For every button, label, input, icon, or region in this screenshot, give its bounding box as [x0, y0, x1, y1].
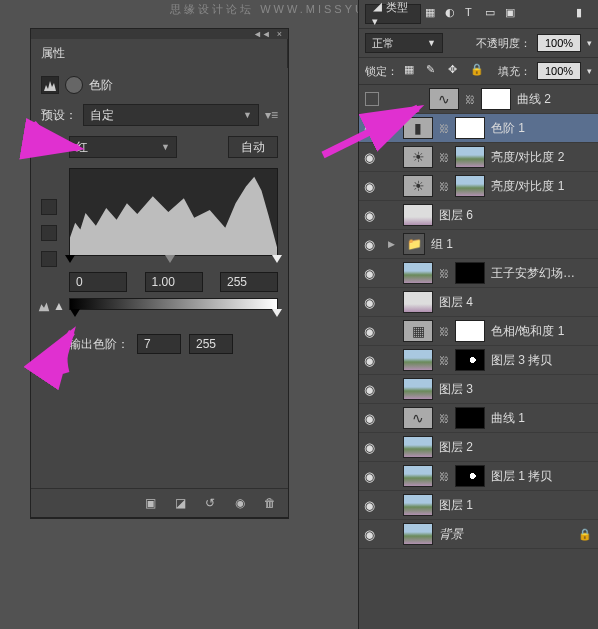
- visibility-toggle[interactable]: ◉: [359, 498, 379, 513]
- mask-thumbnail[interactable]: [455, 146, 485, 168]
- layer-name[interactable]: 图层 4: [439, 294, 592, 311]
- output-white-field[interactable]: 255: [189, 334, 233, 354]
- layer-row[interactable]: ◉⛓图层 1 拷贝: [359, 462, 598, 491]
- mask-icon[interactable]: [65, 76, 83, 94]
- visibility-toggle[interactable]: ◉: [359, 353, 379, 368]
- layer-name[interactable]: 图层 2: [439, 439, 592, 456]
- chevron-down-icon[interactable]: ▾: [587, 66, 592, 76]
- visibility-toggle[interactable]: ◉: [359, 208, 379, 223]
- layer-name[interactable]: 背景: [439, 526, 572, 543]
- layer-thumbnail[interactable]: [403, 262, 433, 284]
- layer-name[interactable]: 图层 1: [439, 497, 592, 514]
- mask-thumbnail[interactable]: [455, 117, 485, 139]
- visibility-toggle[interactable]: ◉: [359, 527, 379, 542]
- visibility-toggle[interactable]: ◉: [359, 266, 379, 281]
- layer-name[interactable]: 图层 3 拷贝: [491, 352, 592, 369]
- input-black-field[interactable]: 0: [69, 272, 127, 292]
- output-slider[interactable]: [69, 310, 278, 320]
- layer-row[interactable]: ◉图层 4: [359, 288, 598, 317]
- layer-row[interactable]: ◉☀⛓亮度/对比度 2: [359, 143, 598, 172]
- previous-icon[interactable]: ◪: [170, 495, 190, 511]
- layer-name[interactable]: 图层 6: [439, 207, 592, 224]
- layer-row[interactable]: ◉图层 3: [359, 375, 598, 404]
- layer-name[interactable]: 曲线 1: [491, 410, 592, 427]
- input-slider[interactable]: [69, 256, 278, 266]
- layer-row[interactable]: ◉图层 2: [359, 433, 598, 462]
- opacity-field[interactable]: 100%: [537, 34, 581, 52]
- output-black-field[interactable]: 7: [137, 334, 181, 354]
- visibility-toggle[interactable]: ◉: [359, 411, 379, 426]
- gray-eyedropper-icon[interactable]: [41, 225, 57, 241]
- layer-thumbnail[interactable]: [403, 436, 433, 458]
- layer-thumbnail[interactable]: [403, 523, 433, 545]
- visibility-toggle[interactable]: ◉: [359, 179, 379, 194]
- fill-field[interactable]: 100%: [537, 62, 581, 80]
- mask-thumbnail[interactable]: [455, 349, 485, 371]
- preset-dropdown[interactable]: 自定 ▼: [83, 104, 259, 126]
- visibility-toggle[interactable]: ◉: [359, 121, 379, 136]
- layer-thumbnail[interactable]: ▦: [403, 320, 433, 342]
- mask-thumbnail[interactable]: [455, 407, 485, 429]
- layer-name[interactable]: 王子安梦幻场…: [491, 265, 592, 282]
- layer-name[interactable]: 组 1: [431, 236, 592, 253]
- auto-button[interactable]: 自动: [228, 136, 278, 158]
- close-icon[interactable]: ×: [277, 29, 282, 39]
- mask-thumbnail[interactable]: [455, 175, 485, 197]
- visibility-toggle[interactable]: ◉: [359, 150, 379, 165]
- layer-row[interactable]: ◉图层 1: [359, 491, 598, 520]
- lock-pixels-icon[interactable]: ✎: [426, 63, 442, 79]
- layer-thumbnail[interactable]: ▮: [403, 117, 433, 139]
- menu-icon[interactable]: ▾≡: [265, 108, 278, 122]
- filter-type-dropdown[interactable]: ◢ 类型 ▾: [365, 4, 421, 24]
- channel-dropdown[interactable]: 红 ▼: [69, 136, 177, 158]
- filter-pixel-icon[interactable]: ▦: [425, 6, 441, 22]
- layer-name[interactable]: 色阶 1: [491, 120, 592, 137]
- white-eyedropper-icon[interactable]: [41, 251, 57, 267]
- layer-name[interactable]: 亮度/对比度 2: [491, 149, 592, 166]
- layer-row[interactable]: ◉▶📁组 1: [359, 230, 598, 259]
- layer-thumbnail[interactable]: ☀: [403, 146, 433, 168]
- layer-row[interactable]: ◉背景🔒: [359, 520, 598, 549]
- layer-thumbnail[interactable]: [403, 291, 433, 313]
- layer-row[interactable]: ◉⛓图层 3 拷贝: [359, 346, 598, 375]
- layer-name[interactable]: 色相/饱和度 1: [491, 323, 592, 340]
- filter-adj-icon[interactable]: ◐: [445, 6, 461, 22]
- visibility-icon[interactable]: ◉: [230, 495, 250, 511]
- layer-thumbnail[interactable]: [403, 204, 433, 226]
- chevron-down-icon[interactable]: ▾: [587, 38, 592, 48]
- layer-thumbnail[interactable]: 📁: [403, 233, 425, 255]
- mask-thumbnail[interactable]: [455, 320, 485, 342]
- layer-name[interactable]: 曲线 2: [517, 91, 592, 108]
- layer-checkbox[interactable]: [365, 92, 379, 106]
- lock-transparency-icon[interactable]: ▦: [404, 63, 420, 79]
- layer-row[interactable]: ◉⛓王子安梦幻场…: [359, 259, 598, 288]
- clip-icon[interactable]: ▣: [140, 495, 160, 511]
- visibility-toggle[interactable]: ◉: [385, 92, 405, 107]
- filter-text-icon[interactable]: T: [465, 6, 481, 22]
- mask-thumbnail[interactable]: [455, 465, 485, 487]
- visibility-toggle[interactable]: ◉: [359, 237, 379, 252]
- layer-name[interactable]: 图层 1 拷贝: [491, 468, 592, 485]
- layer-thumbnail[interactable]: [403, 494, 433, 516]
- layer-thumbnail[interactable]: [403, 378, 433, 400]
- layer-row[interactable]: ◉▮⛓色阶 1: [359, 114, 598, 143]
- visibility-toggle[interactable]: ◉: [359, 469, 379, 484]
- visibility-toggle[interactable]: ◉: [359, 295, 379, 310]
- mask-thumbnail[interactable]: [455, 262, 485, 284]
- trash-icon[interactable]: 🗑: [260, 495, 280, 511]
- input-gamma-field[interactable]: 1.00: [145, 272, 203, 292]
- reset-icon[interactable]: ↺: [200, 495, 220, 511]
- layer-thumbnail[interactable]: [403, 465, 433, 487]
- mask-thumbnail[interactable]: [481, 88, 511, 110]
- filter-smart-icon[interactable]: ▣: [505, 6, 521, 22]
- visibility-toggle[interactable]: ◉: [359, 440, 379, 455]
- layer-row[interactable]: ◉∿⛓曲线 1: [359, 404, 598, 433]
- black-eyedropper-icon[interactable]: [41, 199, 57, 215]
- layer-thumbnail[interactable]: [403, 349, 433, 371]
- layer-thumbnail[interactable]: ☀: [403, 175, 433, 197]
- layer-row[interactable]: ◉▦⛓色相/饱和度 1: [359, 317, 598, 346]
- layer-name[interactable]: 图层 3: [439, 381, 592, 398]
- filter-toggle-icon[interactable]: ▮: [576, 6, 592, 22]
- collapse-icon[interactable]: ◄◄: [253, 29, 271, 39]
- lock-position-icon[interactable]: ✥: [448, 63, 464, 79]
